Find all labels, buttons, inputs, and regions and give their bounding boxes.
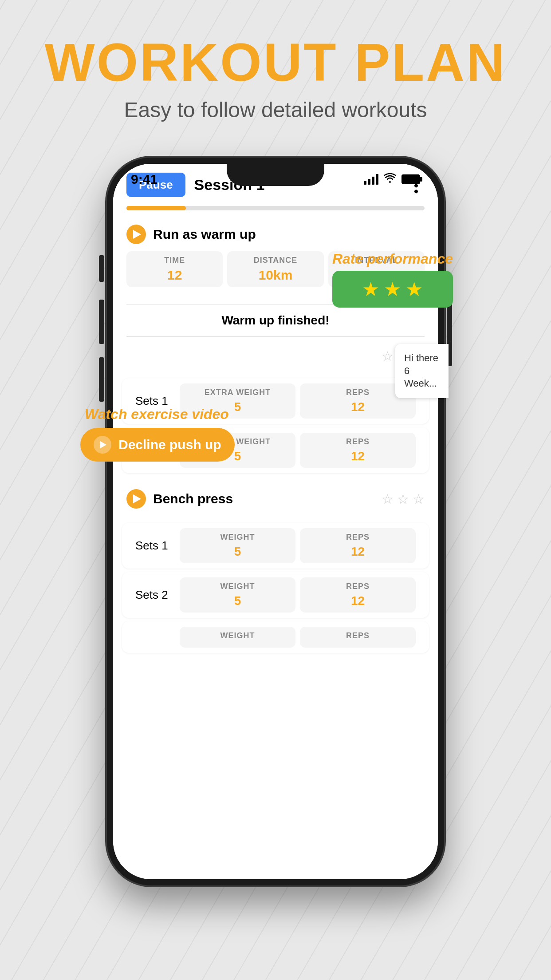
bench-weight-2: WEIGHT 5 bbox=[180, 577, 295, 612]
wifi-icon bbox=[384, 173, 396, 186]
side-notif-line1: Hi there bbox=[404, 352, 440, 365]
star-1[interactable]: ☆ bbox=[382, 348, 394, 364]
bench-weight-label-3: WEIGHT bbox=[186, 631, 289, 640]
page-subtitle: Easy to follow detailed workouts bbox=[124, 98, 427, 122]
bench-sets-3-partial-stats: WEIGHT REPS bbox=[180, 627, 416, 648]
phone-button-volume-up bbox=[99, 300, 104, 344]
bench-sets-3-partial: WEIGHT REPS bbox=[122, 621, 429, 653]
bench-press-header: Bench press ☆ ☆ ☆ bbox=[126, 489, 425, 509]
progress-bar-fill bbox=[126, 206, 186, 210]
warmup-play-icon[interactable] bbox=[126, 225, 146, 244]
bench-weight-value-2: 5 bbox=[186, 594, 289, 608]
progress-bar-container bbox=[113, 206, 438, 217]
bench-press-name: Bench press bbox=[153, 491, 233, 506]
watch-btn-play-icon bbox=[94, 436, 111, 454]
stat-time: TIME 12 bbox=[126, 251, 223, 287]
bench-sets-2-stats: WEIGHT 5 REPS 12 bbox=[180, 577, 416, 612]
divider-2 bbox=[126, 336, 425, 337]
bench-weight-label-1: WEIGHT bbox=[186, 533, 289, 542]
warmup-finished-text: Warm up finished! bbox=[113, 309, 438, 332]
battery-icon bbox=[401, 174, 420, 184]
extra-weight-label-1: EXTRA WEIGHT bbox=[186, 388, 289, 397]
side-notif-line2: 6 Week... bbox=[404, 365, 440, 390]
filled-star-1[interactable]: ★ bbox=[362, 278, 379, 300]
filled-star-2[interactable]: ★ bbox=[384, 278, 401, 300]
progress-bar-track bbox=[126, 206, 425, 210]
bench-weight-1: WEIGHT 5 bbox=[180, 528, 295, 563]
bench-sets-row-3-partial: WEIGHT REPS bbox=[122, 621, 429, 653]
reps-label-1: REPS bbox=[306, 388, 409, 397]
stars-badge[interactable]: ★ ★ ★ bbox=[332, 271, 453, 308]
bench-reps-label-3: REPS bbox=[306, 631, 409, 640]
stat-distance: DISTANCE 10km bbox=[227, 251, 323, 287]
watch-video-overlay: Watch exercise video Decline push up bbox=[80, 406, 235, 462]
phone-notch bbox=[227, 164, 324, 186]
bench-sets-2-label: Sets 2 bbox=[135, 588, 175, 602]
warmup-header: Run as warm up bbox=[126, 225, 425, 244]
bench-star-1[interactable]: ☆ bbox=[382, 491, 394, 507]
rate-performance-overlay: Rate performance ★ ★ ★ bbox=[332, 251, 453, 308]
watch-btn-label: Decline push up bbox=[118, 437, 221, 452]
bench-reps-label-1: REPS bbox=[306, 533, 409, 542]
bench-reps-value-1: 12 bbox=[306, 545, 409, 559]
stat-time-label: TIME bbox=[133, 256, 216, 265]
bench-weight-3-partial: WEIGHT bbox=[180, 627, 295, 648]
bench-sets-row-1: Sets 1 WEIGHT 5 REPS 12 bbox=[122, 523, 429, 569]
decline-pushup-section: ☆ ☆ ☆ bbox=[113, 341, 438, 378]
bench-sets-1-stats: WEIGHT 5 REPS 12 bbox=[180, 528, 416, 563]
reps-value-1: 12 bbox=[306, 400, 409, 414]
phone-mockup: 9:41 bbox=[107, 158, 444, 890]
stat-distance-label: DISTANCE bbox=[233, 256, 317, 265]
stat-time-value: 12 bbox=[133, 268, 216, 283]
side-notification: Hi there 6 Week... bbox=[395, 344, 449, 398]
stat-distance-value: 10km bbox=[233, 268, 317, 283]
bench-press-play-icon[interactable] bbox=[126, 489, 146, 509]
phone-button-volume-down bbox=[99, 357, 104, 402]
signal-icon bbox=[364, 174, 378, 185]
status-time: 9:41 bbox=[131, 172, 157, 187]
bench-press-section: Bench press ☆ ☆ ☆ bbox=[113, 482, 438, 523]
bench-weight-label-2: WEIGHT bbox=[186, 582, 289, 591]
warmup-name-row: Run as warm up bbox=[126, 225, 256, 244]
reps-value-2: 12 bbox=[306, 449, 409, 463]
watch-video-button[interactable]: Decline push up bbox=[80, 428, 235, 462]
page-title: WORKOUT PLAN bbox=[44, 36, 506, 89]
filled-star-3[interactable]: ★ bbox=[405, 278, 423, 300]
decline-pushup-header: ☆ ☆ ☆ bbox=[126, 348, 425, 364]
bench-reps-2: REPS 12 bbox=[300, 577, 416, 612]
bench-sets-2: Sets 2 WEIGHT 5 REPS 12 bbox=[122, 572, 429, 618]
bench-sets-1-label: Sets 1 bbox=[135, 539, 175, 553]
bench-reps-label-2: REPS bbox=[306, 582, 409, 591]
bench-star-2[interactable]: ☆ bbox=[397, 491, 409, 507]
bench-sets-row-2: Sets 2 WEIGHT 5 REPS 12 bbox=[122, 572, 429, 618]
bench-reps-value-2: 12 bbox=[306, 594, 409, 608]
sets-2-reps: REPS 12 bbox=[300, 433, 416, 468]
bench-weight-value-1: 5 bbox=[186, 545, 289, 559]
rate-performance-label: Rate performance bbox=[332, 251, 453, 267]
watch-video-label: Watch exercise video bbox=[85, 406, 235, 423]
bench-reps-3-partial: REPS bbox=[300, 627, 416, 648]
status-icons bbox=[364, 173, 420, 186]
bench-star-3[interactable]: ☆ bbox=[413, 491, 425, 507]
bench-reps-1: REPS 12 bbox=[300, 528, 416, 563]
phone-button-silent bbox=[99, 255, 104, 282]
reps-label-2: REPS bbox=[306, 437, 409, 447]
bench-sets-1: Sets 1 WEIGHT 5 REPS 12 bbox=[122, 523, 429, 569]
warmup-name: Run as warm up bbox=[153, 227, 256, 242]
bench-press-rating[interactable]: ☆ ☆ ☆ bbox=[382, 491, 425, 507]
bench-press-name-row: Bench press bbox=[126, 489, 233, 509]
